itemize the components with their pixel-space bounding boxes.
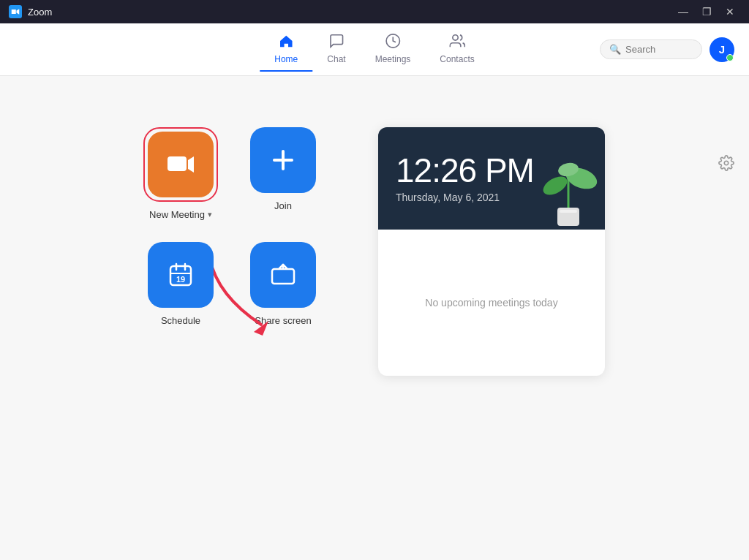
schedule-item[interactable]: 19 Schedule bbox=[144, 242, 217, 326]
tab-contacts[interactable]: Contacts bbox=[425, 27, 489, 72]
svg-marker-1 bbox=[12, 10, 16, 14]
tab-chat-label: Chat bbox=[327, 54, 345, 64]
avatar[interactable]: J bbox=[710, 37, 734, 62]
join-item[interactable]: Join bbox=[246, 127, 320, 220]
search-box[interactable]: 🔍 bbox=[600, 39, 702, 59]
close-button[interactable]: ✕ bbox=[720, 3, 740, 20]
zoom-logo-icon bbox=[9, 5, 22, 18]
no-meetings-text: No upcoming meetings today bbox=[425, 297, 557, 309]
new-meeting-button[interactable] bbox=[148, 132, 214, 197]
titlebar: Zoom — ❐ ✕ bbox=[0, 0, 749, 23]
online-status-badge bbox=[726, 54, 734, 61]
svg-point-22 bbox=[540, 173, 570, 198]
share-screen-label: Share screen bbox=[255, 315, 311, 326]
share-screen-item[interactable]: Share screen bbox=[246, 242, 320, 326]
main-content: New Meeting ▾ Join bbox=[0, 76, 749, 560]
home-icon bbox=[278, 33, 294, 51]
share-screen-button[interactable] bbox=[250, 242, 316, 308]
calendar-body: No upcoming meetings today bbox=[378, 230, 605, 376]
action-section: New Meeting ▾ Join bbox=[144, 120, 320, 326]
plant-decoration bbox=[532, 142, 605, 230]
join-label: Join bbox=[274, 200, 292, 211]
maximize-button[interactable]: ❐ bbox=[696, 3, 717, 20]
tab-meetings[interactable]: Meetings bbox=[361, 27, 426, 72]
tab-home-label: Home bbox=[274, 54, 298, 64]
avatar-initial: J bbox=[719, 43, 725, 56]
calendar-card: 12:26 PM Thursday, May 6, 2021 bbox=[378, 127, 605, 376]
join-button[interactable] bbox=[250, 127, 316, 193]
search-input[interactable] bbox=[625, 44, 693, 55]
action-grid: New Meeting ▾ Join bbox=[144, 127, 320, 326]
nav-tabs: Home Chat Meetings bbox=[260, 27, 489, 72]
svg-rect-25 bbox=[560, 210, 577, 213]
tab-meetings-label: Meetings bbox=[375, 54, 411, 64]
svg-rect-7 bbox=[168, 156, 187, 171]
titlebar-controls: — ❐ ✕ bbox=[673, 3, 740, 20]
calendar-header: 12:26 PM Thursday, May 6, 2021 bbox=[378, 127, 605, 230]
svg-point-5 bbox=[724, 161, 729, 165]
new-meeting-label-row: New Meeting ▾ bbox=[149, 209, 212, 220]
new-meeting-outline bbox=[143, 127, 218, 202]
tab-home[interactable]: Home bbox=[260, 27, 312, 72]
chat-icon bbox=[328, 33, 345, 51]
svg-marker-8 bbox=[188, 156, 194, 173]
meetings-icon bbox=[385, 33, 401, 51]
schedule-label: Schedule bbox=[161, 315, 200, 326]
app-name: Zoom bbox=[28, 7, 52, 18]
tab-chat[interactable]: Chat bbox=[312, 27, 360, 72]
svg-text:19: 19 bbox=[176, 275, 185, 284]
navbar: Home Chat Meetings bbox=[0, 23, 749, 76]
settings-gear-icon[interactable] bbox=[718, 155, 734, 175]
svg-point-4 bbox=[453, 35, 458, 40]
svg-rect-16 bbox=[272, 269, 294, 284]
new-meeting-item[interactable]: New Meeting ▾ bbox=[144, 127, 217, 220]
chevron-down-icon: ▾ bbox=[208, 210, 212, 219]
contacts-icon bbox=[449, 33, 465, 51]
nav-right: 🔍 J bbox=[600, 37, 734, 62]
search-icon: 🔍 bbox=[609, 44, 621, 55]
schedule-button[interactable]: 19 bbox=[148, 242, 214, 308]
titlebar-left: Zoom bbox=[9, 5, 52, 18]
minimize-button[interactable]: — bbox=[673, 3, 693, 20]
tab-contacts-label: Contacts bbox=[440, 54, 474, 64]
new-meeting-label: New Meeting bbox=[149, 209, 205, 220]
